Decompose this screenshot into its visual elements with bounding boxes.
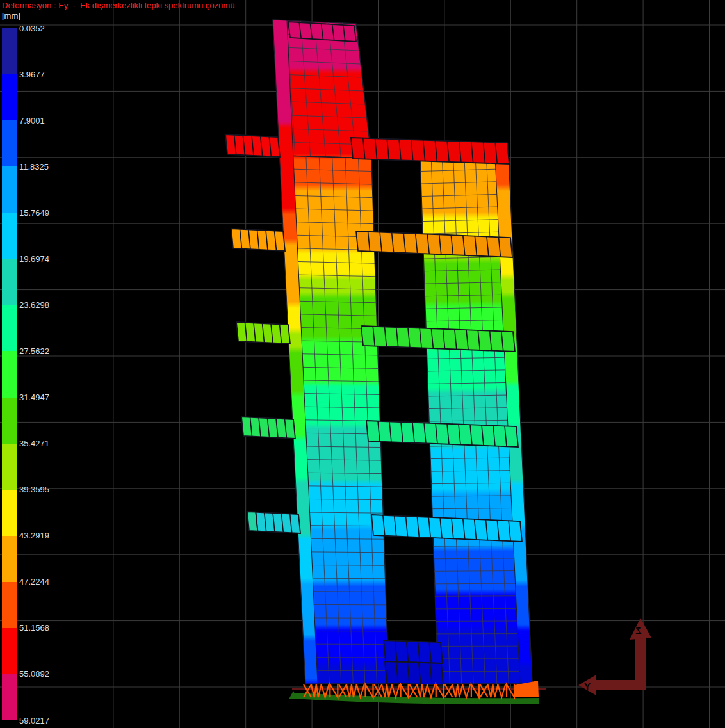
roof-slab	[288, 22, 356, 42]
slab-3-left	[241, 417, 295, 439]
axis-y-shaft	[594, 680, 646, 690]
axis-z-label: Z	[635, 625, 641, 636]
slab-5-left	[231, 229, 285, 251]
viewport: ZY 0.03523.96777.900111.832515.764919.69…	[0, 0, 725, 728]
slab-6-right	[351, 138, 509, 164]
slab-4-left	[236, 322, 290, 344]
axis-y-label: Y	[584, 681, 591, 692]
slab-6-left	[225, 134, 280, 157]
base-beam-upper	[384, 640, 443, 663]
axis-triad: ZY	[578, 618, 651, 695]
fea-canvas[interactable]: ZY	[0, 0, 725, 728]
slab-2-left	[247, 512, 300, 533]
base-beam-lower	[385, 661, 443, 685]
